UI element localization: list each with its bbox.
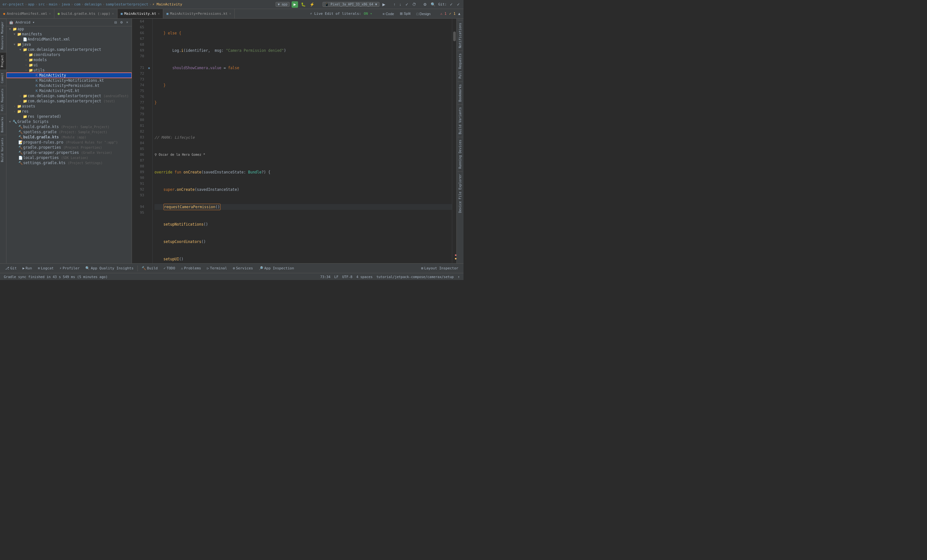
tree-item-build-app[interactable]: 🔨 build.gradle.kts (Module :app) bbox=[6, 135, 132, 140]
tree-item-coordinators[interactable]: › 📁 coordinators bbox=[6, 52, 132, 57]
tab-build[interactable]: ● build.gradle.kts (:app) × bbox=[55, 9, 117, 18]
tree-item-assets[interactable]: › 📁 assets bbox=[6, 104, 132, 109]
run-button[interactable]: ▶ bbox=[292, 1, 298, 8]
build-variants-left-tab[interactable]: Build Variants bbox=[0, 135, 6, 165]
tab-permissions[interactable]: ■ MainActivity+Permissions.kt × bbox=[163, 9, 235, 18]
git-update[interactable]: ↑ bbox=[393, 2, 397, 8]
breadcrumb-app[interactable]: app bbox=[28, 2, 35, 6]
tree-item-gradle-props[interactable]: 🔨 gradle.properties (Project Properties) bbox=[6, 145, 132, 150]
build-bottom-btn[interactable]: 🔨 Build bbox=[139, 265, 160, 271]
code-content[interactable]: } else { Log.i(identifier, msg: "Camera … bbox=[153, 19, 452, 263]
services-btn[interactable]: ⚙ Services bbox=[230, 265, 255, 271]
build-variants-right-tab[interactable]: Build Variants bbox=[458, 104, 462, 137]
tree-item-test[interactable]: › 📁 com.delasign.samplestarterproject (t… bbox=[6, 99, 132, 104]
profiler-bottom-btn[interactable]: ⚡ Profiler bbox=[57, 265, 82, 271]
app-quality-btn[interactable]: 🔍 App Quality Insights bbox=[83, 265, 136, 271]
tree-item-ui-kt[interactable]: K MainActivity+UI.kt bbox=[6, 88, 132, 93]
indent-status[interactable]: 4 spaces bbox=[355, 275, 374, 279]
tree-item-com-delasign[interactable]: ▼ 📁 com.delasign.samplestarterproject bbox=[6, 47, 132, 52]
line-ending-status[interactable]: LF bbox=[333, 275, 340, 279]
running-devices-tab[interactable]: Running Devices bbox=[458, 137, 462, 171]
git-check[interactable]: ✓ bbox=[449, 2, 454, 8]
project-tab[interactable]: Project bbox=[0, 52, 6, 70]
app-inspection-btn[interactable]: 🔎 App Inspection bbox=[256, 265, 297, 271]
tree-item-local-props[interactable]: 📄 local.properties (SDK Location) bbox=[6, 155, 132, 160]
collapse-all-btn[interactable]: ⊟ bbox=[113, 20, 118, 25]
line-col-status[interactable]: 73:34 bbox=[319, 275, 332, 279]
tree-item-res[interactable]: › 📁 res bbox=[6, 109, 132, 114]
tab-manifest[interactable]: ● AndroidManifest.xml × bbox=[0, 9, 55, 18]
tree-item-gradle-wrapper[interactable]: 🔨 gradle-wrapper.properties (Gradle Vers… bbox=[6, 150, 132, 155]
pull-requests-right-tab[interactable]: Pull Requests bbox=[458, 50, 462, 81]
close-permissions-tab[interactable]: × bbox=[229, 12, 231, 15]
layout-inspector-btn[interactable]: ⊞ Layout Inspector bbox=[418, 265, 461, 271]
notifications-tab[interactable]: Notifications bbox=[458, 20, 462, 50]
debug-button[interactable]: 🐛 bbox=[300, 2, 307, 8]
gradle-icon-build-proj: 🔨 bbox=[18, 125, 23, 129]
tree-item-androidmanifest[interactable]: 📄 AndroidManifest.xml bbox=[6, 37, 132, 42]
expand-btn[interactable]: ▲ bbox=[458, 12, 460, 16]
pull-requests-left-tab[interactable]: Pull Requests bbox=[0, 86, 6, 114]
tree-item-build-project[interactable]: 🔨 build.gradle.kts (Project: Sample_Proj… bbox=[6, 124, 132, 129]
tree-item-res-gen[interactable]: 📁 res (generated) bbox=[6, 114, 132, 119]
avd-button[interactable]: ▶ bbox=[381, 2, 386, 8]
close-build-tab[interactable]: × bbox=[112, 12, 114, 15]
breadcrumb-samplestarterproject[interactable]: samplestarterproject bbox=[106, 2, 148, 6]
bookmarks-right-tab[interactable]: Bookmarks bbox=[458, 82, 462, 104]
app-selector[interactable]: ▼ app bbox=[275, 2, 290, 7]
git-commit[interactable]: ✓ bbox=[404, 2, 409, 8]
tree-item-manifests[interactable]: ▼ 📁 manifests bbox=[6, 32, 132, 37]
design-view-btn[interactable]: □ Design bbox=[414, 11, 433, 17]
live-edit-label: ⚡ Live Edit of literals: bbox=[310, 12, 361, 16]
push-status[interactable]: ↑ bbox=[456, 275, 461, 279]
git-push[interactable]: ↓ bbox=[398, 2, 402, 8]
git-bottom-btn[interactable]: ⎇ Git bbox=[3, 265, 19, 271]
commit-tab[interactable]: Commit bbox=[0, 70, 6, 86]
tree-item-spotless[interactable]: 🔨 spotless.gradle (Project: Sample_Proje… bbox=[6, 129, 132, 135]
tree-item-mainactivity[interactable]: K MainActivity bbox=[6, 73, 132, 78]
code-view-btn[interactable]: ≡ Code bbox=[380, 11, 397, 17]
tree-item-permissions[interactable]: K MainActivity+Permissions.kt bbox=[6, 83, 132, 88]
breadcrumb-project[interactable]: er-project bbox=[3, 2, 24, 6]
gear-icon-tree[interactable]: ⚙ bbox=[119, 20, 124, 25]
profile-button[interactable]: ⚡ bbox=[308, 2, 315, 8]
breadcrumb-src[interactable]: src bbox=[38, 2, 45, 6]
gradle-icon-props: 🔨 bbox=[18, 146, 23, 150]
encoding-status[interactable]: UTF-8 bbox=[341, 275, 354, 279]
run-bottom-btn[interactable]: ▶ Run bbox=[20, 265, 35, 271]
bookmarks-left-tab[interactable]: Bookmarks bbox=[0, 114, 6, 135]
tree-item-ui[interactable]: › 📁 ui bbox=[6, 62, 132, 68]
tree-item-notifications[interactable]: K MainActivity+Notifications.kt bbox=[6, 78, 132, 83]
device-file-explorer-tab[interactable]: Device File Explorer bbox=[458, 171, 462, 215]
logcat-bottom-btn[interactable]: ≡ Logcat bbox=[35, 265, 56, 271]
breadcrumb-java[interactable]: java bbox=[61, 2, 70, 6]
breadcrumb-delasign[interactable]: delasign bbox=[85, 2, 102, 6]
breadcrumb-main[interactable]: main bbox=[49, 2, 58, 6]
search-everywhere[interactable]: 🔍 bbox=[430, 2, 436, 8]
settings-button[interactable]: ⚙ bbox=[422, 2, 428, 8]
close-mainactivity-tab[interactable]: × bbox=[158, 12, 160, 15]
todo-btn[interactable]: ✓ TODO bbox=[161, 265, 178, 271]
problems-btn[interactable]: ⚠ Problems bbox=[178, 265, 204, 271]
git-check2[interactable]: ✓ bbox=[456, 2, 461, 8]
tab-mainactivity[interactable]: ■ MainActivity.kt × bbox=[117, 9, 163, 18]
terminal-btn[interactable]: ▷ Terminal bbox=[204, 265, 230, 271]
vertical-scrollbar[interactable]: ● ● bbox=[452, 19, 456, 263]
tree-item-gradle-scripts[interactable]: ▼ 🔧 Gradle Scripts bbox=[6, 119, 132, 124]
resource-manager-tab[interactable]: Resource Manager bbox=[0, 19, 6, 52]
tree-item-app[interactable]: ▼ 📁 app bbox=[6, 26, 132, 32]
close-tree-btn[interactable]: × bbox=[125, 20, 129, 25]
tree-item-models[interactable]: › 📁 models bbox=[6, 57, 132, 62]
device-selector[interactable]: 📱 Pixel_3a_API_33_x86_64 ▼ bbox=[322, 2, 380, 7]
tree-item-settings[interactable]: 🔨 settings.gradle.kts (Project Settings) bbox=[6, 160, 132, 165]
tree-item-android-test[interactable]: › 📁 com.delasign.samplestarterproject (a… bbox=[6, 93, 132, 99]
live-edit-status[interactable]: ON ▾ bbox=[364, 12, 372, 16]
tree-item-java[interactable]: ▼ 📁 java bbox=[6, 42, 132, 47]
git-history[interactable]: ⏱ bbox=[411, 2, 417, 8]
close-manifest-tab[interactable]: × bbox=[49, 12, 51, 15]
breadcrumb-com[interactable]: com bbox=[74, 2, 81, 6]
tree-item-utils[interactable]: › 📁 utils bbox=[6, 68, 132, 73]
tree-item-proguard[interactable]: 📝 proguard-rules.pro (ProGuard Rules for… bbox=[6, 140, 132, 145]
branch-status[interactable]: tutorial/jetpack-compose/camerax/setup bbox=[375, 275, 455, 279]
split-view-btn[interactable]: ⊞ Split bbox=[397, 11, 413, 17]
